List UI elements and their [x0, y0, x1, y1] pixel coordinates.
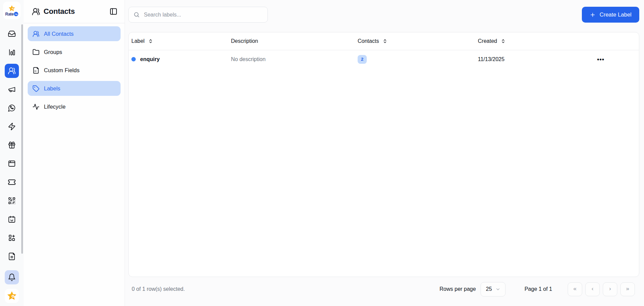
contacts-cell: 2 [355, 55, 475, 64]
created-cell: 11/13/2025 [475, 56, 592, 62]
column-label-text: Description [231, 38, 258, 44]
pagination: « ‹ › » [568, 282, 635, 296]
sidebar-item-custom-fields[interactable]: Custom Fields [28, 63, 121, 78]
row-menu-icon[interactable]: ••• [594, 55, 607, 64]
main-content: Create Label Label Description Contacts … [125, 0, 644, 306]
rail-scrollbar[interactable] [21, 24, 23, 254]
search-input[interactable] [128, 7, 268, 23]
logo-badge: Up [14, 12, 18, 16]
column-label-text: Created [478, 38, 497, 44]
logo-text: Rate [5, 12, 14, 17]
sidebar-nav: All Contacts Groups Custom Fields Labels [24, 23, 125, 117]
topbar: Create Label [125, 0, 644, 23]
table-footer: 0 of 1 row(s) selected. Rows per page 25… [125, 277, 644, 301]
sidebar-item-label: Custom Fields [44, 67, 79, 74]
star-avatar-icon [6, 290, 17, 301]
tag-icon [32, 85, 40, 92]
column-header-contacts: Contacts [355, 38, 475, 44]
bell-icon[interactable] [5, 270, 19, 284]
sidebar-item-label: Labels [44, 85, 60, 92]
label-name: enquiry [140, 56, 160, 62]
search-wrap [128, 7, 268, 23]
labels-table-card: Label Description Contacts Created [128, 32, 639, 277]
apps-plus-icon[interactable] [5, 231, 19, 245]
icon-rail: Rate Up [0, 0, 24, 306]
plus-icon [590, 12, 596, 18]
page-info: Page 1 of 1 [524, 286, 552, 292]
sort-label-icon[interactable] [148, 38, 154, 44]
sidebar-item-label: Lifecycle [44, 104, 66, 110]
gift-icon[interactable] [5, 138, 19, 152]
browser-window-icon[interactable] [5, 157, 19, 171]
activity-icon [32, 103, 40, 110]
rows-per-page-select[interactable]: 25 [481, 282, 506, 297]
column-header-description: Description [228, 38, 355, 44]
sidebar-item-labels[interactable]: Labels [28, 81, 121, 96]
zap-icon[interactable] [5, 119, 19, 134]
prev-page-button[interactable]: ‹ [585, 282, 600, 296]
sort-contacts-icon[interactable] [382, 38, 388, 44]
search-icon [133, 11, 140, 18]
megaphone-icon[interactable] [5, 82, 19, 96]
qr-code-icon[interactable] [5, 194, 19, 208]
description-text: No description [231, 56, 265, 62]
users-icon [32, 7, 40, 16]
document-icon[interactable] [5, 249, 19, 263]
created-date: 11/13/2025 [478, 56, 505, 62]
sort-created-icon[interactable] [500, 38, 506, 44]
rail-bottom [5, 270, 19, 303]
selected-rows-text: 0 of 1 row(s) selected. [132, 286, 185, 292]
contacts-sidebar: Contacts All Contacts Groups Custom Fie [24, 0, 125, 306]
star-logo-icon [8, 5, 16, 12]
sidebar-header: Contacts [24, 0, 125, 23]
column-header-label: Label [129, 38, 228, 44]
rateup-logo[interactable]: Rate Up [3, 2, 21, 19]
contacts-rail-icon[interactable] [5, 64, 19, 78]
create-label-button[interactable]: Create Label [582, 7, 639, 23]
calendar-smile-icon[interactable] [5, 212, 19, 226]
column-header-created: Created [475, 38, 592, 44]
ticket-icon[interactable] [5, 175, 19, 189]
chevron-down-icon [495, 287, 500, 292]
folder-icon [32, 49, 40, 56]
whatsapp-icon[interactable] [5, 101, 19, 115]
users-icon [32, 30, 40, 37]
create-label-text: Create Label [600, 11, 632, 18]
label-color-dot [131, 57, 136, 61]
actions-cell: ••• [592, 55, 639, 64]
bar-chart-icon[interactable] [5, 45, 19, 59]
sidebar-item-label: Groups [44, 49, 62, 55]
column-label-text: Label [131, 38, 145, 44]
column-label-text: Contacts [358, 38, 379, 44]
rows-per-page-value: 25 [486, 286, 492, 292]
last-page-button[interactable]: » [620, 282, 635, 296]
next-page-button[interactable]: › [603, 282, 617, 296]
sidebar-collapse-icon[interactable] [108, 6, 119, 17]
table-header-row: Label Description Contacts Created [129, 32, 639, 50]
first-page-button[interactable]: « [568, 282, 582, 296]
rail-nav [5, 27, 19, 263]
page-title: Contacts [44, 7, 75, 16]
sidebar-item-groups[interactable]: Groups [28, 45, 121, 59]
sidebar-item-lifecycle[interactable]: Lifecycle [28, 99, 121, 114]
footer-right: Rows per page 25 Page 1 of 1 « ‹ › » [440, 282, 635, 297]
file-fields-icon [32, 67, 40, 74]
star-avatar[interactable] [5, 289, 19, 303]
contacts-count-badge: 2 [358, 55, 367, 64]
label-cell: enquiry [129, 56, 228, 62]
table-row[interactable]: enquiry No description 2 11/13/2025 ••• [129, 50, 639, 68]
rows-per-page-label: Rows per page [440, 286, 476, 292]
description-cell: No description [228, 56, 355, 62]
inbox-icon[interactable] [5, 27, 19, 41]
sidebar-item-all-contacts[interactable]: All Contacts [28, 26, 121, 41]
sidebar-item-label: All Contacts [44, 31, 74, 37]
